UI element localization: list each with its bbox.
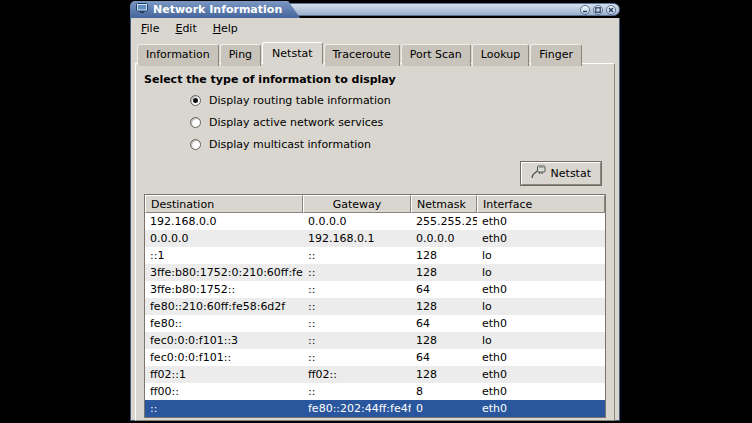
tab-port-scan[interactable]: Port Scan xyxy=(401,44,471,66)
table-cell: 0 xyxy=(411,400,477,417)
window-title: Network Information xyxy=(153,3,282,16)
table-cell: lo xyxy=(477,247,605,264)
tab-bar: InformationPingNetstatTraceroutePort Sca… xyxy=(135,42,615,64)
table-cell: 3ffe:b80:1752:: xyxy=(145,281,303,298)
table-row[interactable]: fe80::210:60ff:fe58:6d2f::128lo xyxy=(145,298,605,315)
menu-file[interactable]: File xyxy=(133,19,167,38)
minimize-button[interactable] xyxy=(580,5,590,15)
table-cell: 128 xyxy=(411,298,477,315)
column-header-netmask[interactable]: Netmask xyxy=(411,195,477,213)
table-cell: lo xyxy=(477,298,605,315)
table-cell: 8 xyxy=(411,383,477,400)
table-row[interactable]: 192.168.0.00.0.0.0255.255.255.0eth0 xyxy=(145,213,605,230)
group-label: Select the type of information to displa… xyxy=(136,64,614,89)
radio-group: Display routing table informationDisplay… xyxy=(136,89,614,155)
routing-table: DestinationGatewayNetmaskInterface 192.1… xyxy=(144,194,606,418)
table-cell: :: xyxy=(145,400,303,417)
netstat-panel: Select the type of information to displa… xyxy=(135,63,615,421)
table-row[interactable]: ::1::128lo xyxy=(145,247,605,264)
tab-ping[interactable]: Ping xyxy=(220,44,261,66)
table-cell: 192.168.0.1 xyxy=(303,230,411,247)
netstat-button-label: Netstat xyxy=(551,167,591,180)
table-cell: eth0 xyxy=(477,213,605,230)
radio-routing-table[interactable]: Display routing table information xyxy=(190,89,614,111)
table-header: DestinationGatewayNetmaskInterface xyxy=(145,195,605,213)
radio-multicast[interactable]: Display multicast information xyxy=(190,133,614,155)
table-row[interactable]: 3ffe:b80:1752:0:210:60ff:fe58:6d2f::128l… xyxy=(145,264,605,281)
table-row[interactable]: fe80::::64eth0 xyxy=(145,315,605,332)
titlebar[interactable]: Network Information xyxy=(130,1,620,18)
table-cell: lo xyxy=(477,264,605,281)
table-cell: :: xyxy=(303,247,411,264)
table-cell: eth0 xyxy=(477,400,605,417)
table-cell: lo xyxy=(477,332,605,349)
table-row[interactable]: fec0:0:0:f101::::64eth0 xyxy=(145,349,605,366)
app-icon xyxy=(136,2,148,17)
tab-lookup[interactable]: Lookup xyxy=(472,44,529,66)
table-cell: :: xyxy=(303,298,411,315)
tab-information[interactable]: Information xyxy=(137,44,219,66)
table-cell: fec0:0:0:f101::3 xyxy=(145,332,303,349)
table-row[interactable]: 3ffe:b80:1752::::64eth0 xyxy=(145,281,605,298)
table-cell: eth0 xyxy=(477,349,605,366)
table-cell: fec0:0:0:f101:: xyxy=(145,349,303,366)
table-cell: fe80::210:60ff:fe58:6d2f xyxy=(145,298,303,315)
table-cell: 64 xyxy=(411,281,477,298)
table-cell: ::1 xyxy=(145,247,303,264)
menu-help[interactable]: Help xyxy=(205,19,246,38)
title-tab[interactable]: Network Information xyxy=(130,1,300,18)
radio-indicator xyxy=(190,139,201,150)
notebook: InformationPingNetstatTraceroutePort Sca… xyxy=(135,42,615,421)
column-header-destination[interactable]: Destination xyxy=(145,195,303,213)
table-cell: :: xyxy=(303,281,411,298)
table-cell: ff02::1 xyxy=(145,366,303,383)
table-cell: 0.0.0.0 xyxy=(411,230,477,247)
close-button[interactable] xyxy=(606,5,616,15)
table-cell: eth0 xyxy=(477,383,605,400)
radio-label: Display routing table information xyxy=(209,94,391,107)
table-cell: 64 xyxy=(411,349,477,366)
table-cell: ff00:: xyxy=(145,383,303,400)
window-body: FileEditHelp InformationPingNetstatTrace… xyxy=(130,18,620,421)
netstat-button[interactable]: Netstat xyxy=(521,162,601,185)
table-cell: 3ffe:b80:1752:0:210:60ff:fe58:6d2f xyxy=(145,264,303,281)
column-header-gateway[interactable]: Gateway xyxy=(303,195,411,213)
menu-edit[interactable]: Edit xyxy=(167,19,204,38)
table-cell: 0.0.0.0 xyxy=(145,230,303,247)
tab-traceroute[interactable]: Traceroute xyxy=(324,44,400,66)
table-row[interactable]: ff00::::8eth0 xyxy=(145,383,605,400)
radio-label: Display multicast information xyxy=(209,138,371,151)
table-cell: :: xyxy=(303,264,411,281)
table-cell: 192.168.0.0 xyxy=(145,213,303,230)
table-cell: :: xyxy=(303,332,411,349)
table-cell: :: xyxy=(303,383,411,400)
table-cell: 128 xyxy=(411,247,477,264)
table-cell: 255.255.255.0 xyxy=(411,213,477,230)
table-row[interactable]: fec0:0:0:f101::3::128lo xyxy=(145,332,605,349)
table-body: 192.168.0.00.0.0.0255.255.255.0eth00.0.0… xyxy=(145,213,605,417)
table-cell: 128 xyxy=(411,366,477,383)
table-cell: :: xyxy=(303,315,411,332)
table-cell: 128 xyxy=(411,264,477,281)
button-row: Netstat xyxy=(136,155,614,185)
table-cell: eth0 xyxy=(477,281,605,298)
column-header-interface[interactable]: Interface xyxy=(477,195,605,213)
table-cell: eth0 xyxy=(477,366,605,383)
table-cell: :: xyxy=(303,349,411,366)
table-cell: eth0 xyxy=(477,230,605,247)
radio-active-services[interactable]: Display active network services xyxy=(190,111,614,133)
network-information-window: Network Information FileEditHelp Informa… xyxy=(130,1,620,421)
table-row[interactable]: 0.0.0.0192.168.0.10.0.0.0eth0 xyxy=(145,230,605,247)
table-cell: 64 xyxy=(411,315,477,332)
tab-netstat[interactable]: Netstat xyxy=(262,42,322,64)
maximize-button[interactable] xyxy=(593,5,603,15)
netstat-icon xyxy=(531,165,546,182)
table-cell: fe80::202:44ff:fe4f:83e1 xyxy=(303,400,411,417)
table-row[interactable]: ::fe80::202:44ff:fe4f:83e10eth0 xyxy=(145,400,605,417)
table-cell: fe80:: xyxy=(145,315,303,332)
table-cell: 0.0.0.0 xyxy=(303,213,411,230)
radio-indicator xyxy=(190,117,201,128)
table-row[interactable]: ff02::1ff02::128eth0 xyxy=(145,366,605,383)
menubar: FileEditHelp xyxy=(131,18,619,39)
tab-finger[interactable]: Finger xyxy=(530,44,582,66)
